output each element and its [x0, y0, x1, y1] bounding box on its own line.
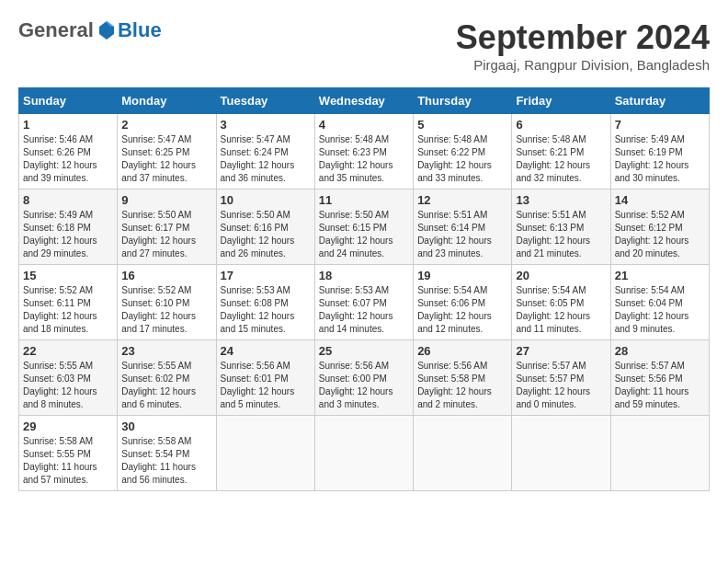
calendar-cell: 11Sunrise: 5:50 AMSunset: 6:15 PMDayligh…	[314, 190, 413, 265]
day-info: Sunrise: 5:58 AMSunset: 5:55 PMDaylight:…	[23, 435, 113, 487]
calendar-cell: 21Sunrise: 5:54 AMSunset: 6:04 PMDayligh…	[610, 265, 709, 340]
weekday-header-wednesday: Wednesday	[314, 88, 413, 114]
day-info: Sunrise: 5:57 AMSunset: 5:56 PMDaylight:…	[615, 360, 705, 411]
logo-blue: Blue	[118, 18, 162, 42]
logo: General Blue	[18, 18, 162, 42]
day-number: 28	[615, 344, 705, 358]
day-info: Sunrise: 5:48 AMSunset: 6:21 PMDaylight:…	[516, 133, 606, 185]
day-info: Sunrise: 5:53 AMSunset: 6:07 PMDaylight:…	[319, 284, 409, 336]
day-number: 7	[615, 118, 705, 132]
calendar-cell	[512, 416, 610, 491]
day-info: Sunrise: 5:46 AMSunset: 6:26 PMDaylight:…	[23, 133, 113, 185]
day-number: 25	[319, 344, 409, 358]
day-info: Sunrise: 5:51 AMSunset: 6:14 PMDaylight:…	[417, 209, 507, 260]
day-info: Sunrise: 5:55 AMSunset: 6:02 PMDaylight:…	[121, 360, 211, 411]
day-info: Sunrise: 5:47 AMSunset: 6:24 PMDaylight:…	[221, 133, 311, 185]
calendar-cell: 20Sunrise: 5:54 AMSunset: 6:05 PMDayligh…	[512, 265, 610, 340]
day-number: 23	[121, 344, 211, 358]
day-number: 1	[23, 118, 113, 132]
logo-general: General	[18, 18, 94, 42]
calendar-cell: 15Sunrise: 5:52 AMSunset: 6:11 PMDayligh…	[19, 265, 118, 340]
calendar-cell: 13Sunrise: 5:51 AMSunset: 6:13 PMDayligh…	[512, 190, 610, 265]
calendar-cell: 9Sunrise: 5:50 AMSunset: 6:17 PMDaylight…	[118, 190, 216, 265]
calendar-cell: 17Sunrise: 5:53 AMSunset: 6:08 PMDayligh…	[216, 265, 314, 340]
day-number: 27	[516, 344, 606, 358]
page-header: General Blue September 2024 Pirgaaj, Ran…	[18, 18, 710, 73]
calendar-cell: 25Sunrise: 5:56 AMSunset: 6:00 PMDayligh…	[314, 340, 413, 416]
day-info: Sunrise: 5:48 AMSunset: 6:23 PMDaylight:…	[319, 133, 409, 185]
calendar-table: SundayMondayTuesdayWednesdayThursdayFrid…	[18, 87, 710, 491]
day-info: Sunrise: 5:56 AMSunset: 5:58 PMDaylight:…	[417, 360, 507, 411]
day-number: 20	[516, 269, 606, 282]
day-number: 21	[615, 269, 705, 282]
day-info: Sunrise: 5:49 AMSunset: 6:19 PMDaylight:…	[615, 133, 705, 185]
calendar-cell	[314, 416, 413, 491]
day-info: Sunrise: 5:47 AMSunset: 6:25 PMDaylight:…	[121, 133, 211, 185]
day-number: 30	[121, 419, 211, 433]
day-info: Sunrise: 5:53 AMSunset: 6:08 PMDaylight:…	[221, 284, 311, 336]
day-number: 13	[516, 193, 606, 207]
weekday-header-thursday: Thursday	[414, 88, 512, 114]
day-number: 18	[319, 269, 409, 282]
calendar-cell: 5Sunrise: 5:48 AMSunset: 6:22 PMDaylight…	[414, 114, 512, 190]
calendar-cell: 23Sunrise: 5:55 AMSunset: 6:02 PMDayligh…	[118, 340, 216, 416]
calendar-cell: 6Sunrise: 5:48 AMSunset: 6:21 PMDaylight…	[512, 114, 610, 190]
day-number: 12	[417, 193, 507, 207]
day-number: 11	[319, 193, 409, 207]
day-info: Sunrise: 5:57 AMSunset: 5:57 PMDaylight:…	[516, 360, 606, 411]
calendar-cell: 24Sunrise: 5:56 AMSunset: 6:01 PMDayligh…	[216, 340, 314, 416]
day-number: 16	[121, 269, 211, 282]
day-number: 22	[23, 344, 113, 358]
day-info: Sunrise: 5:49 AMSunset: 6:18 PMDaylight:…	[23, 209, 113, 260]
day-number: 6	[516, 118, 606, 132]
week-row-5: 29Sunrise: 5:58 AMSunset: 5:55 PMDayligh…	[19, 416, 710, 491]
calendar-cell: 1Sunrise: 5:46 AMSunset: 6:26 PMDaylight…	[19, 114, 118, 190]
day-info: Sunrise: 5:56 AMSunset: 6:00 PMDaylight:…	[319, 360, 409, 411]
calendar-cell: 22Sunrise: 5:55 AMSunset: 6:03 PMDayligh…	[19, 340, 118, 416]
calendar-cell	[414, 416, 512, 491]
calendar-cell: 4Sunrise: 5:48 AMSunset: 6:23 PMDaylight…	[314, 114, 413, 190]
day-number: 8	[23, 193, 113, 207]
day-number: 24	[221, 344, 311, 358]
calendar-cell	[610, 416, 709, 491]
weekday-header-friday: Friday	[512, 88, 610, 114]
calendar-cell: 27Sunrise: 5:57 AMSunset: 5:57 PMDayligh…	[512, 340, 610, 416]
logo-icon	[96, 19, 118, 41]
calendar-cell: 26Sunrise: 5:56 AMSunset: 5:58 PMDayligh…	[414, 340, 512, 416]
calendar-cell: 18Sunrise: 5:53 AMSunset: 6:07 PMDayligh…	[314, 265, 413, 340]
day-number: 26	[417, 344, 507, 358]
calendar-cell: 10Sunrise: 5:50 AMSunset: 6:16 PMDayligh…	[216, 190, 314, 265]
day-info: Sunrise: 5:54 AMSunset: 6:05 PMDaylight:…	[516, 284, 606, 336]
day-info: Sunrise: 5:50 AMSunset: 6:17 PMDaylight:…	[121, 209, 211, 260]
day-info: Sunrise: 5:54 AMSunset: 6:06 PMDaylight:…	[417, 284, 507, 336]
day-info: Sunrise: 5:58 AMSunset: 5:54 PMDaylight:…	[121, 435, 211, 487]
day-number: 9	[121, 193, 211, 207]
day-info: Sunrise: 5:52 AMSunset: 6:11 PMDaylight:…	[23, 284, 113, 336]
week-row-1: 1Sunrise: 5:46 AMSunset: 6:26 PMDaylight…	[19, 114, 710, 190]
day-info: Sunrise: 5:55 AMSunset: 6:03 PMDaylight:…	[23, 360, 113, 411]
weekday-header-tuesday: Tuesday	[216, 88, 314, 114]
week-row-3: 15Sunrise: 5:52 AMSunset: 6:11 PMDayligh…	[19, 265, 710, 340]
calendar-cell: 8Sunrise: 5:49 AMSunset: 6:18 PMDaylight…	[19, 190, 118, 265]
weekday-header-row: SundayMondayTuesdayWednesdayThursdayFrid…	[19, 88, 710, 114]
day-info: Sunrise: 5:51 AMSunset: 6:13 PMDaylight:…	[516, 209, 606, 260]
day-info: Sunrise: 5:50 AMSunset: 6:16 PMDaylight:…	[221, 209, 311, 260]
day-number: 17	[221, 269, 311, 282]
day-number: 3	[221, 118, 311, 132]
calendar-cell: 30Sunrise: 5:58 AMSunset: 5:54 PMDayligh…	[118, 416, 216, 491]
calendar-cell: 7Sunrise: 5:49 AMSunset: 6:19 PMDaylight…	[610, 114, 709, 190]
calendar-cell: 2Sunrise: 5:47 AMSunset: 6:25 PMDaylight…	[118, 114, 216, 190]
day-number: 10	[221, 193, 311, 207]
day-number: 29	[23, 419, 113, 433]
calendar-cell: 16Sunrise: 5:52 AMSunset: 6:10 PMDayligh…	[118, 265, 216, 340]
day-info: Sunrise: 5:48 AMSunset: 6:22 PMDaylight:…	[417, 133, 507, 185]
location-subtitle: Pirgaaj, Rangpur Division, Bangladesh	[456, 57, 710, 73]
weekday-header-saturday: Saturday	[610, 88, 709, 114]
calendar-cell: 19Sunrise: 5:54 AMSunset: 6:06 PMDayligh…	[414, 265, 512, 340]
calendar-cell: 12Sunrise: 5:51 AMSunset: 6:14 PMDayligh…	[414, 190, 512, 265]
day-info: Sunrise: 5:52 AMSunset: 6:12 PMDaylight:…	[615, 209, 705, 260]
week-row-2: 8Sunrise: 5:49 AMSunset: 6:18 PMDaylight…	[19, 190, 710, 265]
day-number: 14	[615, 193, 705, 207]
calendar-cell: 14Sunrise: 5:52 AMSunset: 6:12 PMDayligh…	[610, 190, 709, 265]
week-row-4: 22Sunrise: 5:55 AMSunset: 6:03 PMDayligh…	[19, 340, 710, 416]
